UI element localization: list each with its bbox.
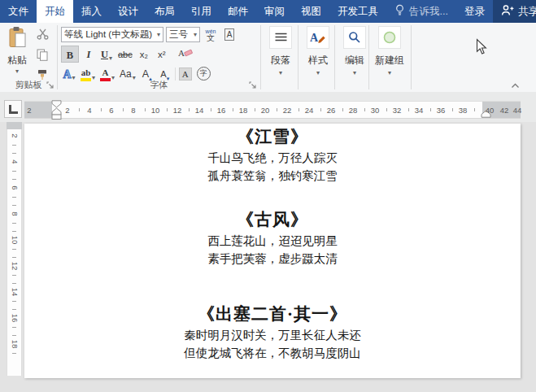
ruler-number: 18 xyxy=(10,340,19,349)
clipboard-dialog-launcher-icon[interactable] xyxy=(46,81,54,89)
character-border-icon: A xyxy=(224,28,235,41)
ruler-tick xyxy=(12,275,16,276)
ruler-number: 16 xyxy=(10,314,19,323)
tab-file[interactable]: 文件 xyxy=(0,0,37,23)
svg-text:A: A xyxy=(310,32,319,44)
tab-insert[interactable]: 插入 xyxy=(73,0,110,23)
paragraph-button[interactable]: 段落▾ xyxy=(262,26,299,88)
tab-stop-icon xyxy=(9,105,18,114)
tab-tell-me[interactable]: 告诉我... xyxy=(386,0,456,23)
new-group-button[interactable]: 新建组▾ xyxy=(371,26,408,88)
ruler-tick xyxy=(123,108,124,111)
group-separator xyxy=(298,25,299,89)
ribbon: 粘贴 ▾ 剪贴板 等线 Light (中文标题) ▾ 三号 ▾ wén xyxy=(0,23,536,93)
poem-line[interactable]: 秦时明月汉时关，万里长征人未还 xyxy=(24,326,521,344)
ruler-tick xyxy=(12,197,16,198)
poem-line[interactable]: 素手把芙蓉，虚步蹑太清 xyxy=(24,250,521,268)
character-border-button[interactable]: A xyxy=(221,27,237,42)
tab-view[interactable]: 视图 xyxy=(293,0,329,23)
poem-block: 《出塞二首·其一》秦时明月汉时关，万里长征人未还但使龙城飞将在，不教胡马度阴山 xyxy=(24,302,521,362)
ruler-tick xyxy=(277,108,277,111)
tab-home[interactable]: 开始 xyxy=(37,0,73,23)
font-name-combo[interactable]: 等线 Light (中文标题) ▾ xyxy=(61,27,163,42)
chevron-down-icon: ▾ xyxy=(279,70,282,76)
poem-block: 《古风》西上莲花山，迢迢见明星素手把芙蓉，虚步蹑太清 xyxy=(24,207,521,268)
tab-references-label: 引用 xyxy=(191,5,211,19)
tab-developer[interactable]: 开发工具 xyxy=(329,0,386,23)
poem-title[interactable]: 《古风》 xyxy=(24,207,521,232)
ruler-number: 12 xyxy=(173,106,182,115)
strikethrough-button[interactable]: abc xyxy=(116,46,134,62)
ruler-tick xyxy=(189,108,190,111)
mouse-cursor-icon xyxy=(476,38,487,55)
ruler-number: 2 xyxy=(27,106,31,115)
ruler-number: 10 xyxy=(10,236,19,245)
font-dialog-launcher-icon[interactable] xyxy=(249,81,257,89)
ruler-tick xyxy=(408,108,409,111)
font-group: 等线 Light (中文标题) ▾ 三号 ▾ wén 文 A B I U▾ ab… xyxy=(58,23,260,92)
paragraph-label: 段落 xyxy=(271,54,290,68)
ruler-tick xyxy=(12,153,16,154)
ruler-number: 30 xyxy=(371,106,380,115)
ruler-number: 16 xyxy=(217,106,226,115)
ruler-number: 32 xyxy=(393,106,402,115)
subscript-button[interactable]: x₂ xyxy=(136,46,152,62)
phonetic-guide-button[interactable]: wén 文 xyxy=(203,27,219,42)
document-page[interactable]: 《江雪》千山鸟飞绝，万径人踪灭孤舟蓑笠翁，独钓寒江雪《古风》西上莲花山，迢迢见明… xyxy=(24,124,521,378)
tab-design-label: 设计 xyxy=(118,5,138,19)
vertical-ruler[interactable]: 24681012141618 xyxy=(7,122,22,376)
poem-line[interactable]: 千山鸟飞绝，万径人踪灭 xyxy=(24,149,521,167)
chevron-down-icon: ▾ xyxy=(15,68,19,75)
font-size-combo[interactable]: 三号 ▾ xyxy=(166,27,200,42)
collapse-ribbon-button[interactable] xyxy=(511,83,520,89)
italic-button[interactable]: I xyxy=(81,46,97,62)
ruler-tick xyxy=(233,108,233,111)
superscript-button[interactable]: x² xyxy=(154,46,170,62)
tab-stop-selector[interactable] xyxy=(4,100,22,118)
ruler-number: 20 xyxy=(261,106,270,115)
poem-line[interactable]: 孤舟蓑笠翁，独钓寒江雪 xyxy=(24,167,521,185)
ruler-tick xyxy=(430,108,431,111)
left-indent-marker[interactable] xyxy=(51,114,62,120)
tab-share[interactable]: 共享 xyxy=(493,0,536,23)
ruler-tick xyxy=(145,108,146,111)
green-circle-icon xyxy=(378,26,401,49)
bold-button[interactable]: B xyxy=(61,46,79,63)
phonetic-bottom: 文 xyxy=(207,35,215,41)
poem-title[interactable]: 《出塞二首·其一》 xyxy=(24,302,521,326)
ruler-tick xyxy=(342,108,343,111)
tab-layout[interactable]: 布局 xyxy=(146,0,183,23)
font-size-value: 三号 xyxy=(169,28,194,41)
ruler-tick xyxy=(101,108,102,111)
tab-review[interactable]: 审阅 xyxy=(256,0,293,23)
underline-button[interactable]: U▾ xyxy=(98,46,115,62)
ruler-tick xyxy=(255,108,255,111)
tab-mailings[interactable]: 邮件 xyxy=(220,0,256,23)
clipboard-small-buttons xyxy=(34,28,50,84)
poem-line[interactable]: 但使龙城飞将在，不教胡马度阴山 xyxy=(24,344,521,362)
tab-view-label: 视图 xyxy=(301,5,321,19)
poem-title[interactable]: 《江雪》 xyxy=(24,124,521,149)
tab-sign-in-label: 登录 xyxy=(464,5,485,19)
font-color-glyph: A xyxy=(102,68,109,77)
copy-button[interactable] xyxy=(34,49,50,63)
poem-line[interactable]: 西上莲花山，迢迢见明星 xyxy=(24,232,521,250)
paste-button[interactable]: 粘贴 ▾ xyxy=(4,26,30,86)
clipboard-icon xyxy=(7,26,27,51)
styles-button[interactable]: A样式▾ xyxy=(299,26,337,88)
tab-design[interactable]: 设计 xyxy=(110,0,146,23)
styles-icon: A xyxy=(307,26,329,49)
horizontal-ruler[interactable]: 2246810121416182022242628303234363840424… xyxy=(24,102,521,118)
ruler-tick xyxy=(12,327,16,328)
paragraph-icon xyxy=(269,26,292,49)
document-content: 《江雪》千山鸟飞绝，万径人踪灭孤舟蓑笠翁，独钓寒江雪《古风》西上莲花山，迢迢见明… xyxy=(24,124,521,362)
ruler-number: 12 xyxy=(10,262,19,271)
tab-references[interactable]: 引用 xyxy=(183,0,220,23)
ruler-tick xyxy=(12,171,16,172)
ruler-tick xyxy=(12,353,16,354)
ruler-number: 34 xyxy=(415,106,424,115)
tab-sign-in[interactable]: 登录 xyxy=(456,0,493,23)
cut-button[interactable] xyxy=(34,28,50,43)
lightbulb-icon xyxy=(394,4,405,19)
clear-formatting-button[interactable]: A xyxy=(176,46,194,62)
